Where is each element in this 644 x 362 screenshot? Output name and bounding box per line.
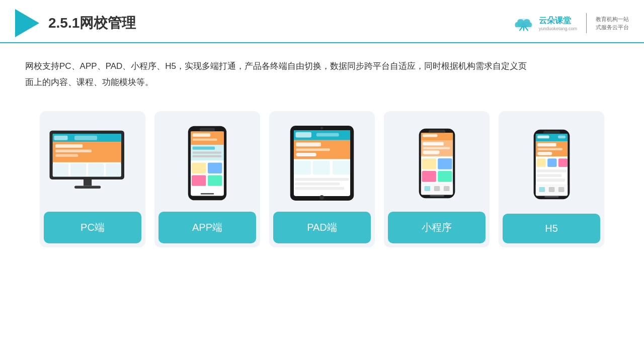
svg-rect-78 [537,152,552,155]
svg-rect-84 [536,178,565,182]
card-mini-label: 小程序 [388,212,486,243]
svg-rect-58 [423,150,439,154]
svg-rect-87 [539,187,545,192]
svg-rect-88 [548,187,554,192]
device-cards-container: PC端 [0,96,644,257]
card-pad-image [269,111,375,212]
svg-point-49 [319,195,324,200]
svg-rect-83 [536,174,561,177]
svg-rect-10 [55,149,92,152]
card-h5: H5 [499,111,604,247]
logo-text-block: 云朵课堂 yunduoketang.com [539,16,577,31]
svg-rect-7 [74,135,97,140]
card-pc-image [40,111,145,212]
svg-rect-47 [295,183,340,185]
svg-rect-40 [296,142,320,146]
card-pad: PAD端 [269,111,375,247]
svg-rect-6 [54,135,68,140]
svg-rect-56 [423,142,444,145]
app-device-icon [187,124,227,202]
platform-text: 教育机构一站 式服务云平台 [596,15,629,32]
svg-rect-57 [423,147,450,149]
pad-device-icon [289,124,355,202]
svg-rect-79 [536,158,545,167]
svg-rect-13 [70,163,87,176]
svg-rect-61 [422,171,436,182]
svg-rect-20 [200,128,215,131]
svg-rect-14 [88,163,104,176]
svg-rect-23 [193,139,217,141]
svg-rect-41 [296,148,330,151]
svg-rect-43 [294,161,311,174]
card-pc: PC端 [40,111,145,247]
page-title: 2.5.1网校管理 [48,14,136,33]
svg-rect-48 [295,187,345,190]
svg-rect-17 [74,186,101,188]
card-pad-label: PAD端 [273,212,371,243]
svg-rect-59 [422,158,436,169]
svg-point-35 [320,127,323,129]
card-mini-image [384,111,490,212]
svg-rect-25 [193,147,215,150]
card-app-image [154,111,260,212]
card-pc-label: PC端 [44,212,141,243]
svg-rect-45 [333,161,350,174]
logo-main-text: 云朵课堂 [539,16,571,26]
header-left: 2.5.1网校管理 [15,9,136,37]
svg-rect-28 [192,163,206,173]
play-icon [15,9,39,37]
svg-rect-54 [423,134,437,137]
svg-rect-11 [55,154,78,156]
svg-rect-77 [537,148,562,150]
svg-rect-37 [296,132,311,138]
card-mini: 小程序 [384,111,490,247]
svg-rect-76 [537,143,556,146]
h5-device-icon [533,127,571,202]
svg-rect-31 [208,175,222,186]
svg-rect-29 [208,163,222,173]
card-h5-label: H5 [503,214,600,243]
logo-domain: yunduoketang.com [539,26,577,31]
svg-rect-46 [295,178,349,180]
svg-rect-16 [84,179,92,186]
svg-rect-81 [558,158,567,167]
svg-rect-22 [193,133,211,137]
mini-device-icon [418,126,456,201]
svg-rect-42 [296,153,316,156]
svg-rect-32 [201,193,214,195]
svg-rect-44 [313,161,330,174]
brand-logo: 云朵课堂 yunduoketang.com [512,15,577,31]
svg-rect-38 [316,133,339,137]
svg-rect-65 [424,186,430,191]
svg-rect-27 [193,155,222,157]
svg-rect-82 [536,169,567,172]
svg-rect-80 [547,158,556,167]
card-app: APP端 [154,111,260,247]
header-divider [586,13,587,33]
header: 2.5.1网校管理 云朵课堂 yunduoketang.com 教育机构一站 式… [0,0,644,43]
svg-rect-66 [434,186,440,191]
svg-rect-74 [558,135,566,138]
cloud-icon [512,15,536,31]
svg-rect-12 [53,163,69,176]
svg-rect-30 [192,175,206,186]
card-app-label: APP端 [158,212,256,243]
card-h5-image [499,111,604,214]
svg-rect-67 [443,186,449,191]
svg-rect-90 [544,196,558,198]
svg-rect-89 [558,187,564,192]
svg-rect-60 [438,158,452,169]
svg-rect-15 [106,163,121,176]
svg-rect-9 [55,144,83,147]
svg-rect-26 [193,151,222,153]
pc-device-icon [47,128,138,199]
svg-rect-68 [430,195,444,197]
svg-rect-62 [438,171,452,182]
svg-rect-73 [537,135,549,138]
header-right: 云朵课堂 yunduoketang.com 教育机构一站 式服务云平台 [512,13,629,33]
description-text: 网校支持PC、APP、PAD、小程序、H5，实现多端打通，产品各终端自由切换，数… [0,43,553,96]
